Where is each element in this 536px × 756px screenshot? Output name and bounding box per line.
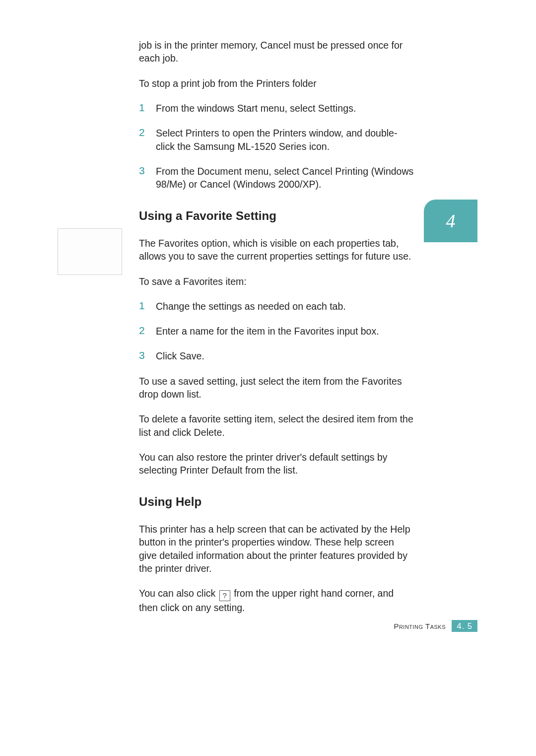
ui-label-favorites: Favorites xyxy=(294,326,335,337)
text: From the windows xyxy=(156,103,237,114)
ui-label-favorites: Favorites xyxy=(158,238,199,249)
text: Change the settings as needed on each ta… xyxy=(156,301,346,312)
text: Enter a name for the item in the xyxy=(156,326,294,337)
help-paragraph-2: You can also click ? from the upper righ… xyxy=(139,587,414,614)
favorite-intro: The Favorites option, which is visible o… xyxy=(139,237,414,263)
footer-section-label: Printing Tasks xyxy=(394,622,446,630)
step-number: 2 xyxy=(139,126,145,139)
footer-page-number: 4. 5 xyxy=(452,620,477,632)
text: job is in the printer memory, xyxy=(139,40,261,51)
text: menu, select xyxy=(258,103,318,114)
ui-label-cancel: Cancel xyxy=(200,179,230,190)
text: (Windows 2000/XP). xyxy=(230,179,321,190)
text: . xyxy=(222,427,225,438)
page-footer: Printing Tasks 4. 5 xyxy=(0,620,477,632)
text: icon. xyxy=(307,141,330,152)
question-mark-icon: ? xyxy=(219,590,230,601)
step-number: 3 xyxy=(139,348,145,362)
ui-label-favorites: Favorites xyxy=(362,376,402,387)
text: You can also click xyxy=(139,588,218,599)
text: To use a saved setting, just select the … xyxy=(139,376,362,387)
step-number: 3 xyxy=(139,164,145,178)
ui-label-document: Document xyxy=(197,166,242,177)
ui-label-driver: Samsung ML-1520 Series xyxy=(194,141,307,152)
ui-label-cancel-printing: Cancel Printing xyxy=(302,166,369,177)
step-number: 2 xyxy=(139,324,145,338)
sidebar-image-placeholder xyxy=(58,228,122,275)
step-item: 2 Select Printers to open the Printers w… xyxy=(139,127,414,153)
text: . xyxy=(353,103,356,114)
text: input box. xyxy=(335,326,379,337)
chapter-tab: 4 xyxy=(424,200,477,242)
text: Select xyxy=(156,128,186,138)
stop-job-steps: 1 From the windows Start menu, select Se… xyxy=(139,102,414,191)
ui-label-start: Start xyxy=(237,103,258,114)
step-number: 1 xyxy=(139,299,145,313)
step-item: 3 From the Document menu, select Cancel … xyxy=(139,165,414,191)
text: The xyxy=(139,238,158,249)
text: This printer has a help screen that can … xyxy=(139,524,390,535)
text: Click xyxy=(156,350,180,361)
favorite-heading: Using a Favorite Setting xyxy=(139,208,414,224)
favorite-use: To use a saved setting, just select the … xyxy=(139,375,414,401)
favorite-restore: You can also restore the printer driver'… xyxy=(139,451,414,477)
ui-label-settings: Settings xyxy=(318,103,353,114)
favorite-delete: To delete a favorite setting item, selec… xyxy=(139,412,414,439)
text: To delete a favorite setting item, selec… xyxy=(139,413,413,437)
text: . xyxy=(202,350,204,361)
step-item: 2 Enter a name for the item in the Favor… xyxy=(139,325,414,338)
text: from the list. xyxy=(243,465,298,476)
favorite-steps: 1 Change the settings as needed on each … xyxy=(139,300,414,363)
text: drop down list. xyxy=(139,389,201,400)
stop-job-heading: To stop a print job from the Printers fo… xyxy=(139,77,414,90)
text: button in the printer's properties windo… xyxy=(139,537,407,574)
step-item: 3 Click Save. xyxy=(139,349,414,362)
ui-label-delete: Delete xyxy=(194,427,222,438)
chapter-number: 4 xyxy=(446,210,456,232)
step-item: 1 Change the settings as needed on each … xyxy=(139,300,414,313)
ui-label-printers: Printers xyxy=(186,128,219,138)
save-favorites-heading: To save a Favorites item: xyxy=(139,275,414,288)
step-number: 1 xyxy=(139,101,145,115)
text: From the xyxy=(156,166,197,177)
help-heading: Using Help xyxy=(139,494,414,510)
ui-label-printer-default: Printer Default xyxy=(180,465,242,476)
step-item: 1 From the windows Start menu, select Se… xyxy=(139,102,414,115)
text: menu, select xyxy=(242,166,302,177)
ui-label-save: Save xyxy=(180,350,202,361)
ui-label-cancel: Cancel xyxy=(261,40,291,51)
ui-label-help: Help xyxy=(390,524,410,535)
help-paragraph-1: This printer has a help screen that can … xyxy=(139,523,414,575)
intro-paragraph: job is in the printer memory, Cancel mus… xyxy=(139,39,414,65)
page-content: job is in the printer memory, Cancel mus… xyxy=(139,39,414,626)
